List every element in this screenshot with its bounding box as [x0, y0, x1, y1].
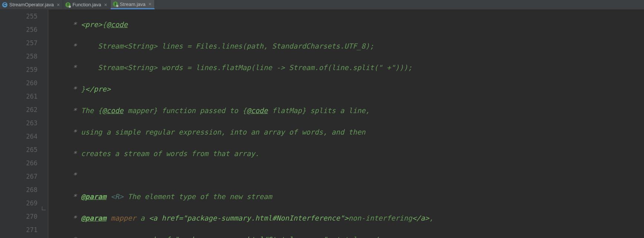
- line-number[interactable]: 260: [0, 76, 37, 90]
- line-number[interactable]: 261: [0, 90, 37, 103]
- line-number[interactable]: 265: [0, 143, 37, 156]
- line-number[interactable]: 258: [0, 50, 37, 63]
- line-number[interactable]: 263: [0, 116, 37, 130]
- class-icon: C: [2, 2, 7, 7]
- tab-function[interactable]: I Function.java ×: [63, 0, 111, 9]
- code-line[interactable]: * Stream<String> words = lines.flatMap(l…: [51, 61, 644, 74]
- tab-label: Function.java: [72, 2, 101, 7]
- line-number[interactable]: 259: [0, 63, 37, 76]
- code-area[interactable]: * <pre>{@code * Stream<String> lines = F…: [48, 10, 644, 238]
- close-icon[interactable]: ×: [148, 1, 151, 7]
- line-number[interactable]: 257: [0, 36, 37, 50]
- interface-icon: I: [65, 2, 71, 7]
- line-number[interactable]: 264: [0, 130, 37, 143]
- line-number[interactable]: 266: [0, 156, 37, 170]
- line-number[interactable]: 270 ↓: [0, 210, 37, 223]
- line-number[interactable]: 271: [0, 223, 37, 237]
- code-line[interactable]: * }</pre>: [51, 82, 644, 96]
- code-line[interactable]: * <a href="package-summary.html#Stateles…: [51, 233, 644, 238]
- line-number[interactable]: 262: [0, 103, 37, 116]
- code-line[interactable]: *: [51, 168, 644, 182]
- tab-stream[interactable]: I Stream.java ×: [111, 0, 155, 9]
- tab-label: Stream.java: [120, 1, 146, 7]
- lock-icon: [116, 5, 118, 7]
- code-line[interactable]: * @param mapper a <a href="package-summa…: [51, 211, 644, 225]
- fold-icon[interactable]: [42, 201, 46, 215]
- code-line[interactable]: * creates a stream of words from that ar…: [51, 147, 644, 160]
- gutter[interactable]: 255 256 257 258 259 260 261 262 263 264 …: [0, 10, 48, 238]
- tab-streamoperator[interactable]: C StreamOperator.java ×: [0, 0, 63, 9]
- code-line[interactable]: * using a simple regular expression, int…: [51, 125, 644, 139]
- code-line[interactable]: * <pre>{@code: [51, 18, 644, 31]
- editor: 255 256 257 258 259 260 261 262 263 264 …: [0, 10, 644, 238]
- line-number[interactable]: 269: [0, 196, 37, 210]
- close-icon[interactable]: ×: [104, 2, 107, 8]
- line-number[interactable]: 267: [0, 170, 37, 183]
- interface-icon: I: [113, 1, 118, 7]
- line-number[interactable]: 256: [0, 23, 37, 36]
- line-number[interactable]: 268: [0, 183, 37, 196]
- code-line[interactable]: * @param <R> The element type of the new…: [51, 190, 644, 203]
- editor-tabs: C StreamOperator.java × I Function.java …: [0, 0, 644, 10]
- tab-label: StreamOperator.java: [9, 2, 54, 7]
- code-line[interactable]: * Stream<String> lines = Files.lines(pat…: [51, 39, 644, 53]
- code-line[interactable]: * The {@code mapper} function passed to …: [51, 104, 644, 117]
- lock-icon: [69, 6, 71, 8]
- close-icon[interactable]: ×: [57, 2, 60, 8]
- line-number[interactable]: 255: [0, 10, 37, 23]
